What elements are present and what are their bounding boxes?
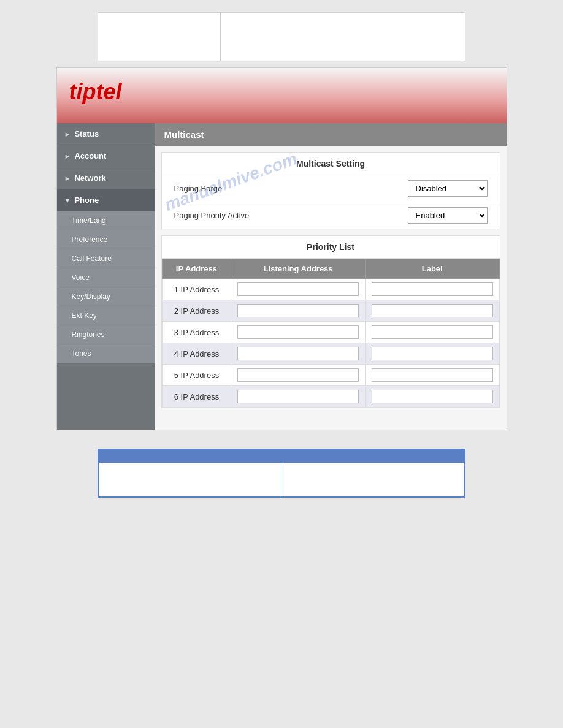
label-input-1[interactable] <box>372 282 493 296</box>
listening-input-6[interactable] <box>237 390 359 403</box>
header: tiptel <box>57 68 507 123</box>
content-area: manualmive.com Multicast Multicast Setti… <box>155 123 507 430</box>
arrow-icon-status: ► <box>64 131 71 138</box>
listening-input-4[interactable] <box>237 347 359 360</box>
cell-ip-label: 6 IP Address <box>162 386 231 408</box>
cell-listening <box>231 386 366 408</box>
sidebar-sub-keydisplay[interactable]: Key/Display <box>57 287 155 306</box>
cell-ip-label: 1 IP Address <box>162 279 231 300</box>
cell-listening <box>231 365 366 386</box>
sidebar-item-network[interactable]: ► Network <box>57 167 155 189</box>
sidebar-label-status: Status <box>74 129 99 138</box>
listening-input-5[interactable] <box>237 368 359 382</box>
bottom-header-right <box>282 450 464 463</box>
layout: ► Status ► Account ► Network ▼ Phone Ti <box>57 123 507 430</box>
sidebar-label-phone: Phone <box>74 195 99 205</box>
label-input-2[interactable] <box>372 304 493 317</box>
paging-barge-label: Paging Barge <box>174 184 223 193</box>
paging-priority-select[interactable]: Disabled Enabled <box>408 207 488 224</box>
multicast-setting-box: Multicast Setting Paging Barge Disabled … <box>161 152 500 229</box>
priority-list-box: Priority List IP Address Listening Addre… <box>161 235 500 408</box>
bottom-header-left <box>99 450 282 463</box>
col-listening-address: Listening Address <box>231 259 366 279</box>
paging-barge-select[interactable]: Disabled Enabled <box>408 180 488 197</box>
cell-listening <box>231 279 366 300</box>
cell-listening <box>231 322 366 343</box>
cell-listening <box>231 343 366 365</box>
tiptel-logo: tiptel <box>69 79 494 105</box>
cell-label <box>365 343 499 365</box>
listening-input-1[interactable] <box>237 282 359 296</box>
top-fragment <box>98 12 465 61</box>
paging-priority-label: Paging Priority Active <box>174 211 250 220</box>
listening-input-2[interactable] <box>237 304 359 317</box>
bottom-content-right <box>282 463 464 496</box>
cell-listening <box>231 300 366 322</box>
multicast-setting-title: Multicast Setting <box>162 153 500 175</box>
priority-table-header: IP Address Listening Address Label <box>162 259 499 279</box>
priority-table: IP Address Listening Address Label 1 IP … <box>162 259 500 408</box>
sidebar-item-account[interactable]: ► Account <box>57 145 155 167</box>
cell-label <box>365 365 499 386</box>
priority-list-title: Priority List <box>162 236 500 259</box>
cell-label <box>365 300 499 322</box>
col-label: Label <box>365 259 499 279</box>
top-fragment-left <box>98 13 221 61</box>
sidebar-item-phone[interactable]: ▼ Phone <box>57 189 155 211</box>
table-row: 5 IP Address <box>162 365 499 386</box>
main-panel: tiptel ► Status ► Account ► Network <box>56 67 507 430</box>
label-input-4[interactable] <box>372 347 493 360</box>
cell-ip-label: 2 IP Address <box>162 300 231 322</box>
label-input-6[interactable] <box>372 390 493 403</box>
sidebar-sub-extkey[interactable]: Ext Key <box>57 306 155 325</box>
table-row: 3 IP Address <box>162 322 499 343</box>
bottom-fragment-header <box>99 450 464 463</box>
label-input-3[interactable] <box>372 325 493 339</box>
table-row: 4 IP Address <box>162 343 499 365</box>
table-row: 2 IP Address <box>162 300 499 322</box>
section-header: Multicast <box>155 123 507 146</box>
sidebar-label-network: Network <box>74 173 105 183</box>
paging-priority-row: Paging Priority Active Disabled Enabled <box>162 202 500 229</box>
sidebar-label-account: Account <box>74 151 106 161</box>
table-row: 6 IP Address <box>162 386 499 408</box>
col-ip-address: IP Address <box>162 259 231 279</box>
sidebar-sub-timelang[interactable]: Time/Lang <box>57 211 155 230</box>
sidebar: ► Status ► Account ► Network ▼ Phone Ti <box>57 123 155 430</box>
page-wrapper: tiptel ► Status ► Account ► Network <box>0 0 563 728</box>
paging-barge-row: Paging Barge Disabled Enabled <box>162 175 500 202</box>
sidebar-sub-ringtones[interactable]: Ringtones <box>57 325 155 344</box>
listening-input-3[interactable] <box>237 325 359 339</box>
label-input-5[interactable] <box>372 368 493 382</box>
sidebar-sub-preference[interactable]: Preference <box>57 230 155 249</box>
sidebar-sub-tones[interactable]: Tones <box>57 344 155 363</box>
bottom-content-left <box>99 463 282 496</box>
cell-label <box>365 279 499 300</box>
cell-ip-label: 3 IP Address <box>162 322 231 343</box>
bottom-content <box>99 463 464 496</box>
cell-label <box>365 386 499 408</box>
arrow-icon-phone: ▼ <box>64 197 71 204</box>
sidebar-sub-menu: Time/Lang Preference Call Feature Voice … <box>57 211 155 363</box>
cell-ip-label: 5 IP Address <box>162 365 231 386</box>
cell-label <box>365 322 499 343</box>
bottom-fragment <box>98 449 465 498</box>
sidebar-sub-callfeature[interactable]: Call Feature <box>57 249 155 268</box>
arrow-icon-network: ► <box>64 175 71 182</box>
sidebar-sub-voice[interactable]: Voice <box>57 268 155 287</box>
top-fragment-right <box>221 13 465 61</box>
sidebar-item-status[interactable]: ► Status <box>57 123 155 145</box>
cell-ip-label: 4 IP Address <box>162 343 231 365</box>
arrow-icon-account: ► <box>64 153 71 160</box>
table-row: 1 IP Address <box>162 279 499 300</box>
